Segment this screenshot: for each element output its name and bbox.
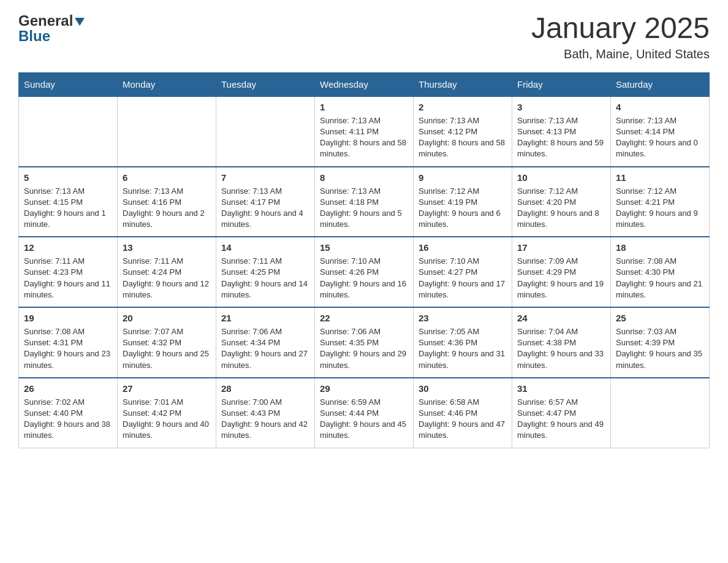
calendar-cell: 7Sunrise: 7:13 AMSunset: 4:17 PMDaylight… (216, 167, 315, 237)
calendar-cell: 23Sunrise: 7:05 AMSunset: 4:36 PMDayligh… (414, 307, 512, 378)
daylight-text: Daylight: 9 hours and 23 minutes. (24, 348, 112, 370)
daylight-text: Daylight: 9 hours and 21 minutes. (616, 278, 704, 301)
col-saturday: Saturday (611, 72, 710, 96)
month-title: January 2025 (531, 12, 710, 45)
day-number: 2 (419, 101, 507, 113)
calendar-cell: 19Sunrise: 7:08 AMSunset: 4:31 PMDayligh… (19, 307, 118, 378)
calendar-cell: 5Sunrise: 7:13 AMSunset: 4:15 PMDaylight… (19, 167, 118, 237)
sunrise-text: Sunrise: 7:08 AM (616, 256, 704, 267)
calendar-cell: 16Sunrise: 7:10 AMSunset: 4:27 PMDayligh… (414, 237, 512, 307)
sunrise-text: Sunrise: 6:57 AM (517, 397, 605, 408)
sunset-text: Sunset: 4:24 PM (123, 267, 211, 278)
sunset-text: Sunset: 4:32 PM (123, 337, 211, 348)
calendar-cell: 29Sunrise: 6:59 AMSunset: 4:44 PMDayligh… (315, 378, 414, 448)
calendar-week-3: 19Sunrise: 7:08 AMSunset: 4:31 PMDayligh… (19, 307, 710, 378)
day-number: 25 (616, 312, 704, 324)
day-number: 29 (320, 382, 408, 395)
sunrise-text: Sunrise: 6:59 AM (320, 397, 408, 408)
sunset-text: Sunset: 4:25 PM (221, 267, 309, 278)
day-number: 18 (616, 241, 704, 254)
calendar-cell: 21Sunrise: 7:06 AMSunset: 4:34 PMDayligh… (216, 307, 315, 378)
sunset-text: Sunset: 4:20 PM (517, 197, 605, 208)
day-number: 14 (221, 241, 309, 254)
daylight-text: Daylight: 9 hours and 27 minutes. (221, 348, 309, 370)
calendar-cell: 20Sunrise: 7:07 AMSunset: 4:32 PMDayligh… (118, 307, 216, 378)
daylight-text: Daylight: 9 hours and 4 minutes. (221, 208, 309, 230)
sunrise-text: Sunrise: 6:58 AM (419, 397, 507, 408)
calendar-cell: 13Sunrise: 7:11 AMSunset: 4:24 PMDayligh… (118, 237, 216, 307)
sunrise-text: Sunrise: 7:04 AM (517, 326, 605, 337)
sunset-text: Sunset: 4:27 PM (419, 267, 507, 278)
sunrise-text: Sunrise: 7:06 AM (221, 326, 309, 337)
sunrise-text: Sunrise: 7:00 AM (221, 397, 309, 408)
sunrise-text: Sunrise: 7:07 AM (123, 326, 211, 337)
day-number: 21 (221, 312, 309, 324)
logo-blue-text: Blue (18, 28, 85, 45)
calendar-cell: 22Sunrise: 7:06 AMSunset: 4:35 PMDayligh… (315, 307, 414, 378)
daylight-text: Daylight: 9 hours and 29 minutes. (320, 348, 408, 370)
daylight-text: Daylight: 9 hours and 19 minutes. (517, 278, 605, 301)
day-number: 31 (517, 382, 605, 395)
sunrise-text: Sunrise: 7:13 AM (123, 186, 211, 197)
sunset-text: Sunset: 4:47 PM (517, 408, 605, 419)
sunrise-text: Sunrise: 7:13 AM (221, 186, 309, 197)
sunrise-text: Sunrise: 7:13 AM (517, 115, 605, 126)
daylight-text: Daylight: 8 hours and 58 minutes. (320, 137, 408, 159)
day-number: 20 (123, 312, 211, 324)
calendar-cell: 11Sunrise: 7:12 AMSunset: 4:21 PMDayligh… (611, 167, 710, 237)
day-number: 23 (419, 312, 507, 324)
col-wednesday: Wednesday (315, 72, 414, 96)
col-tuesday: Tuesday (216, 72, 315, 96)
sunrise-text: Sunrise: 7:08 AM (24, 326, 112, 337)
day-number: 30 (419, 382, 507, 395)
day-number: 15 (320, 241, 408, 254)
daylight-text: Daylight: 9 hours and 1 minute. (24, 208, 112, 230)
calendar-cell: 31Sunrise: 6:57 AMSunset: 4:47 PMDayligh… (512, 378, 611, 448)
daylight-text: Daylight: 8 hours and 58 minutes. (419, 137, 507, 159)
sunset-text: Sunset: 4:14 PM (616, 126, 704, 137)
daylight-text: Daylight: 9 hours and 5 minutes. (320, 208, 408, 230)
calendar-cell: 25Sunrise: 7:03 AMSunset: 4:39 PMDayligh… (611, 307, 710, 378)
day-number: 8 (320, 171, 408, 184)
logo-triangle-icon (75, 18, 85, 26)
daylight-text: Daylight: 9 hours and 31 minutes. (419, 348, 507, 370)
sunrise-text: Sunrise: 7:06 AM (320, 326, 408, 337)
calendar-cell: 12Sunrise: 7:11 AMSunset: 4:23 PMDayligh… (19, 237, 118, 307)
sunrise-text: Sunrise: 7:11 AM (24, 256, 112, 267)
daylight-text: Daylight: 9 hours and 25 minutes. (123, 348, 211, 370)
sunset-text: Sunset: 4:46 PM (419, 408, 507, 419)
sunset-text: Sunset: 4:15 PM (24, 197, 112, 208)
daylight-text: Daylight: 9 hours and 40 minutes. (123, 419, 211, 441)
calendar-cell: 27Sunrise: 7:01 AMSunset: 4:42 PMDayligh… (118, 378, 216, 448)
day-number: 7 (221, 171, 309, 184)
daylight-text: Daylight: 9 hours and 14 minutes. (221, 278, 309, 301)
daylight-text: Daylight: 9 hours and 12 minutes. (123, 278, 211, 301)
daylight-text: Daylight: 8 hours and 59 minutes. (517, 137, 605, 159)
daylight-text: Daylight: 9 hours and 0 minutes. (616, 137, 704, 159)
logo: General Blue (18, 12, 85, 45)
calendar-cell (19, 96, 118, 167)
sunset-text: Sunset: 4:21 PM (616, 197, 704, 208)
day-number: 17 (517, 241, 605, 254)
sunrise-text: Sunrise: 7:02 AM (24, 397, 112, 408)
daylight-text: Daylight: 9 hours and 16 minutes. (320, 278, 408, 301)
sunset-text: Sunset: 4:18 PM (320, 197, 408, 208)
sunrise-text: Sunrise: 7:13 AM (616, 115, 704, 126)
day-number: 1 (320, 101, 408, 113)
sunrise-text: Sunrise: 7:11 AM (221, 256, 309, 267)
sunset-text: Sunset: 4:40 PM (24, 408, 112, 419)
calendar-cell: 18Sunrise: 7:08 AMSunset: 4:30 PMDayligh… (611, 237, 710, 307)
sunset-text: Sunset: 4:19 PM (419, 197, 507, 208)
day-number: 6 (123, 171, 211, 184)
daylight-text: Daylight: 9 hours and 49 minutes. (517, 419, 605, 441)
sunset-text: Sunset: 4:39 PM (616, 337, 704, 348)
calendar-cell: 14Sunrise: 7:11 AMSunset: 4:25 PMDayligh… (216, 237, 315, 307)
day-number: 16 (419, 241, 507, 254)
calendar-cell: 28Sunrise: 7:00 AMSunset: 4:43 PMDayligh… (216, 378, 315, 448)
daylight-text: Daylight: 9 hours and 38 minutes. (24, 419, 112, 441)
col-monday: Monday (118, 72, 216, 96)
days-of-week-row: Sunday Monday Tuesday Wednesday Thursday… (19, 72, 710, 96)
calendar-cell: 26Sunrise: 7:02 AMSunset: 4:40 PMDayligh… (19, 378, 118, 448)
sunset-text: Sunset: 4:11 PM (320, 126, 408, 137)
calendar-cell: 6Sunrise: 7:13 AMSunset: 4:16 PMDaylight… (118, 167, 216, 237)
